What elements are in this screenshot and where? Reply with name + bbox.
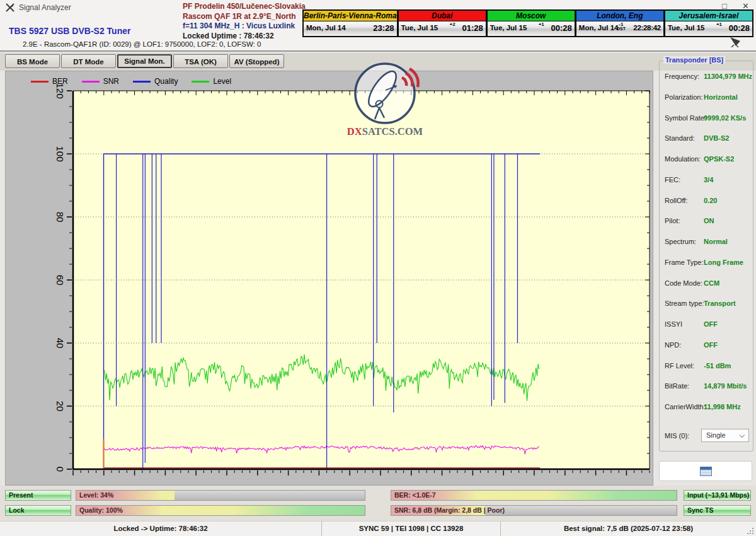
progress-snr: SNR: 6,8 dB (Margin: 2,8 dB | Poor) — [391, 505, 677, 516]
clock-date: Tue, Jul 15 — [490, 24, 527, 32]
header-info-line: Locked Uptime : 78:46:32 — [183, 32, 309, 42]
legend-item-level: Level — [192, 77, 231, 86]
status-sync-counters: SYNC 59 | TEI 1098 | CC 13928 — [322, 521, 501, 536]
clock-date: Mon, Jul 14 — [579, 24, 619, 32]
legend-line-swatch — [82, 81, 100, 83]
progress-label: Level: 34% — [79, 491, 113, 500]
satellite-dish-icon — [728, 36, 743, 50]
clock-city-header: Jerusalem-Israel — [665, 11, 752, 21]
tab-bs-mode[interactable]: BS Mode — [5, 54, 60, 68]
legend-item-snr: SNR — [82, 77, 119, 86]
resize-grip[interactable] — [752, 533, 753, 534]
transponder-row-stream-type: Stream type:Transport — [665, 300, 749, 308]
clock-utc-offset: +1 — [539, 22, 544, 26]
header-info-line: f=11 304 MHz_H : Vicus Luxlink — [183, 21, 309, 32]
transponder-row-code-mode: Code Mode:CCM — [665, 279, 749, 288]
mis-label: MIS (0): — [665, 432, 689, 440]
window-title: Signal Analyzer — [19, 3, 71, 12]
progress-level: Level: 34% — [76, 490, 365, 501]
transponder-row-rolloff: RollOff:0.20 — [665, 197, 749, 206]
clock-time: 00:28 — [729, 23, 750, 33]
transponder-row-spectrum: Spectrum:Normal — [665, 238, 749, 247]
clock-city-header: London, Eng — [576, 11, 663, 21]
tab-tsa-ok[interactable]: TSA (OK) — [173, 54, 228, 68]
window-list-icon — [700, 467, 712, 476]
clock-date: Tue, Jul 15 — [668, 24, 705, 32]
header-info-line: Rascom QAF 1R at 2.9°E_North — [183, 12, 309, 22]
mis-selected-value: Single — [706, 431, 726, 439]
clock-body: Mon, Jul 14-1DST22:28:42 — [576, 21, 663, 36]
transponder-row-bitrate: BitRate:14,879 Mbit/s — [665, 382, 749, 391]
transponder-groupbox: Transponder [BS] Frequency:11304,979 MHz… — [659, 61, 753, 452]
site-info-block: PF Prodelin 450/Lučenec-SlovakiaRascom Q… — [183, 2, 309, 41]
chevron-down-icon — [740, 433, 745, 438]
transponder-row-frame-type: Frame Type:Long Frame — [665, 259, 749, 267]
progress-ber: BER: <1.0E-7 — [391, 490, 677, 501]
clock-utc-offset: +1 — [716, 22, 722, 26]
mis-select[interactable]: Single — [701, 429, 749, 442]
progress-label: Quality: 100% — [79, 506, 123, 515]
clock-time: 23:28 — [373, 23, 394, 33]
legend-item-quality: Quality — [133, 77, 178, 86]
signal-monitor-chart: BERSNRQualityLevel 120100806040200 DXSAT… — [5, 71, 653, 486]
clock-berlin-paris-vienna-roma: Berlin-Paris-Vienna-RomaMon, Jul 1423:28 — [302, 9, 398, 37]
chart-plot — [6, 71, 653, 485]
clock-date: Tue, Jul 15 — [401, 24, 438, 32]
clock-utc-offset: +2 — [450, 22, 455, 26]
tuner-title: TBS 5927 USB DVB-S2 Tuner — [9, 26, 130, 36]
clock-london-eng: London, EngMon, Jul 14-1DST22:28:42 — [576, 9, 665, 37]
signal-analyzer-window: Signal Analyzer □ ✕ TBS 5927 USB DVB-S2 … — [0, 0, 756, 536]
led-input-13-91-mbps: Input (~13,91 Mbps) — [684, 490, 751, 501]
tab-av-stopped[interactable]: AV (Stopped) — [229, 54, 284, 68]
clock-city-header: Moscow — [488, 11, 575, 21]
transponder-title: Transponder [BS] — [663, 56, 725, 64]
clock-utc-offset: -1DST — [617, 22, 626, 31]
transponder-row-symbol-rate: Symbol Rate:9999,02 KS/s — [665, 114, 749, 123]
progress-quality: Quality: 100% — [76, 505, 365, 516]
transponder-row-fec: FEC:3/4 — [665, 176, 749, 185]
clock-body: Tue, Jul 15+100:28 — [488, 21, 575, 36]
legend-line-swatch — [31, 81, 49, 83]
app-antenna-icon — [5, 3, 15, 15]
clock-time: 00:28 — [551, 23, 572, 33]
transponder-row-frequency: Frequency:11304,979 MHz — [665, 73, 749, 81]
clock-moscow: MoscowTue, Jul 15+100:28 — [487, 9, 576, 37]
led-present: Present — [5, 490, 71, 501]
legend-line-swatch — [133, 81, 151, 83]
transponder-row-pilot: Pilot:ON — [665, 217, 749, 226]
transponder-row-polarization: Polarization:Horizontal — [665, 93, 749, 102]
transponder-row-rf-level: RF Level:-51 dBm — [665, 362, 749, 371]
clock-city-header: Berlin-Paris-Vienna-Roma — [304, 11, 397, 21]
led-sync-ts: Sync TS — [684, 505, 751, 516]
status-best-signal: Best signal: 7,5 dB (2025-07-12 23:58) — [501, 521, 756, 536]
transponder-row-carrierwidth: CarrierWidth:11,998 MHz — [665, 403, 749, 412]
tuner-subtitle: 2.9E - Rascom-QAF1R (ID: 0029) @ LOF1: 9… — [23, 40, 261, 48]
header-info-line: PF Prodelin 450/Lučenec-Slovakia — [183, 2, 309, 12]
clock-body: Mon, Jul 1423:28 — [304, 21, 397, 36]
status-bar: Locked -> Uptime: 78:46:32 SYNC 59 | TEI… — [0, 521, 756, 536]
clock-body: Tue, Jul 15+100:28 — [665, 21, 752, 36]
tab-signal-mon[interactable]: Signal Mon. — [117, 54, 172, 68]
transponder-row-issyi: ISSYIOFF — [665, 320, 749, 329]
clock-city-header: Dubai — [399, 11, 486, 21]
open-window-button[interactable] — [659, 461, 752, 481]
clock-body: Tue, Jul 15+201:28 — [399, 21, 486, 36]
clock-time: 22:28:42 — [633, 24, 661, 32]
progress-label: BER: <1.0E-7 — [394, 491, 436, 500]
transponder-row-npd: NPD:OFF — [665, 341, 749, 350]
led-lock: Lock — [5, 505, 71, 516]
status-lock-uptime: Locked -> Uptime: 78:46:32 — [0, 521, 322, 536]
transponder-row-modulation: Modulation:QPSK-S2 — [665, 155, 749, 164]
progress-label: SNR: 6,8 dB (Margin: 2,8 dB | Poor) — [394, 506, 505, 515]
clock-date: Mon, Jul 14 — [306, 24, 346, 32]
clock-dubai: DubaiTue, Jul 15+201:28 — [398, 9, 487, 37]
legend-line-swatch — [192, 81, 209, 83]
world-clocks: Berlin-Paris-Vienna-RomaMon, Jul 1423:28… — [302, 9, 753, 37]
transponder-row-standard: Standard:DVB-S2 — [665, 134, 749, 143]
clock-time: 01:28 — [462, 23, 483, 33]
tab-dt-mode[interactable]: DT Mode — [61, 54, 116, 68]
clock-jerusalem-israel: Jerusalem-IsraelTue, Jul 15+100:28 — [665, 9, 753, 37]
